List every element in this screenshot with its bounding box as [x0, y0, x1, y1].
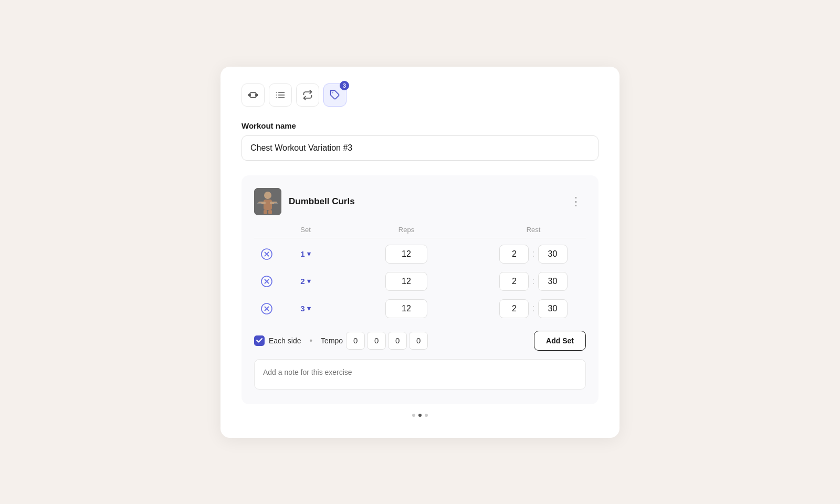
exercise-name: Dumbbell Curls [289, 196, 355, 207]
tempo-input-3[interactable] [388, 332, 407, 350]
tempo-group: Tempo [321, 332, 428, 350]
delete-set-button[interactable] [254, 248, 279, 260]
delete-set-button[interactable] [254, 303, 279, 314]
separator-dot: • [309, 336, 312, 345]
table-row: 3 ▾ : [254, 295, 586, 322]
svg-rect-15 [274, 203, 278, 204]
list-button[interactable] [269, 83, 292, 107]
rest-min-input[interactable] [499, 245, 529, 264]
set-number[interactable]: 1 ▾ [279, 249, 332, 258]
set-rows-container: 1 ▾ : 2 ▾ : [254, 240, 586, 322]
svg-rect-16 [264, 210, 267, 214]
tempo-input-1[interactable] [346, 332, 365, 350]
dumbbell-button[interactable] [242, 83, 265, 107]
tag-badge: 3 [340, 81, 349, 90]
dot-3 [425, 414, 428, 417]
footer-left: Each side • Tempo [254, 332, 428, 350]
add-set-button[interactable]: Add Set [534, 331, 586, 351]
table-row: 2 ▾ : [254, 268, 586, 295]
col-header-delete [254, 226, 279, 234]
col-header-reps: Reps [332, 226, 481, 234]
workout-name-label: Workout name [242, 121, 598, 130]
rest-group: : [481, 272, 586, 291]
exercise-card: Dumbbell Curls ⋮ Set Reps Rest 1 ▾ [242, 175, 598, 404]
sets-table-header: Set Reps Rest [254, 226, 586, 238]
rest-min-input[interactable] [499, 299, 529, 318]
bottom-dots [242, 414, 598, 417]
main-card: 3 Workout name [220, 67, 620, 438]
rest-sec-input[interactable] [538, 272, 568, 291]
dot-2 [418, 414, 422, 417]
tag-button[interactable]: 3 [323, 83, 346, 107]
tempo-input-4[interactable] [409, 332, 428, 350]
svg-rect-17 [268, 210, 272, 214]
each-side-control: Each side [254, 335, 301, 346]
exercise-left: Dumbbell Curls [254, 188, 355, 215]
rest-separator: : [532, 276, 534, 287]
swap-button[interactable] [296, 83, 319, 107]
tempo-inputs [346, 332, 428, 350]
rest-sec-input[interactable] [538, 245, 568, 264]
rest-separator: : [532, 248, 534, 259]
reps-input[interactable] [385, 245, 427, 264]
reps-input[interactable] [385, 299, 427, 318]
reps-input[interactable] [385, 272, 427, 291]
rest-min-input[interactable] [499, 272, 529, 291]
more-options-button[interactable]: ⋮ [566, 193, 586, 211]
col-header-rest: Rest [481, 226, 586, 234]
tempo-input-2[interactable] [367, 332, 386, 350]
svg-point-10 [264, 192, 271, 199]
dot-1 [412, 414, 415, 417]
table-row: 1 ▾ : [254, 240, 586, 268]
exercise-thumbnail [254, 188, 281, 215]
rest-sec-input[interactable] [538, 299, 568, 318]
tempo-label: Tempo [321, 337, 343, 345]
note-input[interactable] [254, 359, 586, 390]
rest-group: : [481, 299, 586, 318]
svg-rect-11 [264, 200, 272, 210]
delete-set-button[interactable] [254, 276, 279, 287]
exercise-header: Dumbbell Curls ⋮ [254, 188, 586, 215]
workout-name-input[interactable] [242, 135, 598, 161]
svg-rect-14 [257, 203, 261, 204]
rest-separator: : [532, 303, 534, 314]
set-number[interactable]: 3 ▾ [279, 304, 332, 313]
exercise-footer: Each side • Tempo Add Set [254, 331, 586, 351]
rest-group: : [481, 245, 586, 264]
each-side-label: Each side [269, 337, 301, 345]
set-number[interactable]: 2 ▾ [279, 277, 332, 286]
col-header-set: Set [279, 226, 332, 234]
icon-bar: 3 [242, 83, 598, 107]
each-side-checkbox[interactable] [254, 335, 265, 346]
svg-rect-1 [257, 94, 258, 96]
svg-rect-0 [249, 94, 250, 96]
